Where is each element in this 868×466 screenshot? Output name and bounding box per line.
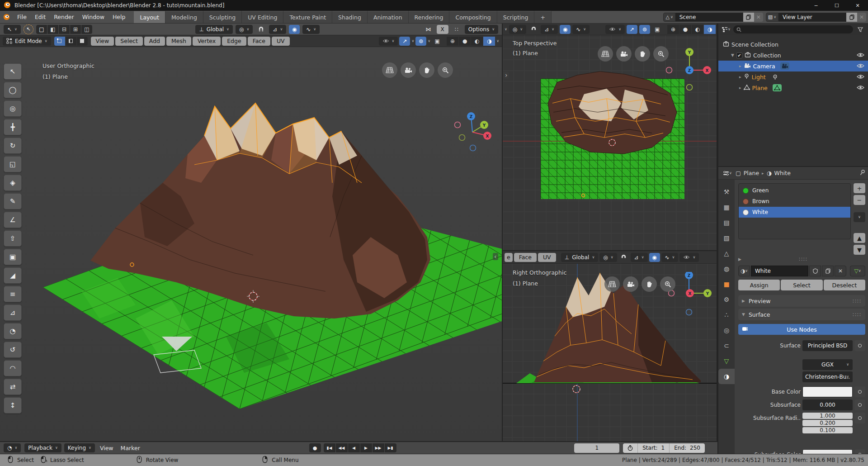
top-viewport-nav-pan-button[interactable] (635, 46, 650, 62)
properties-tab-scene[interactable]: △ (718, 246, 735, 261)
properties-tab-object[interactable]: ■ (718, 276, 735, 292)
play-button[interactable]: ▶ (360, 443, 372, 452)
workspace-tab-uv-editing[interactable]: UV Editing (242, 11, 283, 23)
timeline-editor-type-button[interactable]: ◔∨ (4, 443, 21, 452)
viewport-menu-vertex[interactable]: Vertex (193, 37, 221, 46)
wireframe-shading-button[interactable]: ⊕ (447, 37, 458, 46)
add-workspace-tab[interactable]: + (534, 11, 551, 23)
tool-loop-cut[interactable]: ≡ (4, 286, 22, 302)
active-tool-button[interactable]: ↖∨ (4, 25, 21, 34)
viewport-menu-add[interactable]: Add (144, 37, 165, 46)
right-snap-settings-dropdown[interactable]: ⊿∨ (631, 253, 648, 262)
properties-tab-render[interactable]: ▦ (718, 200, 735, 215)
viewport-right-content[interactable]: Right Orthographic (1) Plane ZXY (503, 264, 717, 441)
top-gizmo-toggle[interactable]: ↗ (627, 25, 637, 34)
gizmos-toggle[interactable]: ↗ (399, 37, 410, 46)
navigation-gizmo[interactable]: ZYX (448, 102, 502, 157)
tool-transform[interactable]: ◈ (4, 175, 22, 191)
radius-link-dot[interactable] (854, 413, 865, 423)
clipped-dropdown-caret[interactable]: ∨ (505, 28, 507, 31)
subsurface-radius-value-0[interactable]: 1.000 (802, 413, 853, 419)
edge-select-mode-button[interactable] (66, 37, 76, 46)
subsurface-radius-value-1[interactable]: 0.200 (802, 420, 853, 426)
panel-drag-grip2[interactable]: ∷∷ (853, 311, 862, 318)
viewport-nav-pan-button[interactable] (419, 62, 434, 78)
shading-dropdown-caret[interactable]: ∨ (496, 39, 499, 43)
right-viewport-nav-pan-button[interactable] (642, 276, 657, 292)
mode-dropdown[interactable]: Edit Mode∨ (3, 37, 51, 46)
auto-keyframe-icon[interactable] (623, 443, 638, 453)
subsurface-link-dot[interactable] (854, 399, 865, 410)
workspace-tab-animation[interactable]: Animation (368, 11, 409, 23)
tool-select-circle[interactable]: ◯ (4, 82, 22, 98)
visibility-eye-icon[interactable] (857, 85, 864, 91)
workspace-tab-rendering[interactable]: Rendering (409, 11, 450, 23)
select-box-mode-2[interactable]: ⊟ (59, 25, 70, 34)
panel-drag-grip[interactable]: ∷∷ (853, 298, 862, 304)
mesh-data-dropdown[interactable]: ▽∨ (850, 266, 865, 276)
properties-tab-output[interactable]: ▤ (718, 215, 735, 230)
list-resize-grip[interactable]: ∷∷ (799, 256, 807, 262)
properties-tab-modifiers[interactable]: ⚙ (718, 292, 735, 307)
material-preview-shading-button[interactable]: ◐ (471, 37, 483, 46)
top-visibility-dropdown[interactable]: ∨ (605, 25, 625, 34)
workspace-tab-compositing[interactable]: Compositing (449, 11, 497, 23)
tool-annotate[interactable]: ✎ (4, 193, 22, 209)
viewport-menu-select[interactable]: Select (115, 37, 143, 46)
menu-window[interactable]: Window (78, 11, 108, 23)
scene-copy-icon[interactable] (743, 13, 754, 22)
surface-shader-button[interactable]: Principled BSD (802, 340, 853, 351)
tool-measure[interactable]: ∠ (4, 212, 22, 228)
next-keyframe-button[interactable]: ▶▶ (373, 443, 384, 452)
solid-shading-button[interactable]: ● (459, 37, 471, 46)
subsurface-radius-value-2[interactable]: 0.100 (802, 427, 853, 433)
sidebar-toggle-icon[interactable]: ‹ (493, 253, 498, 260)
timeline-menu-view[interactable]: View (98, 445, 116, 452)
record-button[interactable]: ● (309, 443, 321, 452)
top-material-preview-shading-button[interactable]: ◐ (692, 25, 703, 34)
material-browse-button[interactable]: ◑∨ (738, 266, 750, 276)
new-material-copy-icon[interactable] (822, 266, 834, 276)
properties-tab-tool[interactable]: ⚒ (718, 184, 735, 200)
maximize-button[interactable]: ☐ (826, 0, 847, 11)
menu-render[interactable]: Render (50, 11, 78, 23)
menu-edit[interactable]: Edit (31, 11, 50, 23)
disclosure-icon[interactable]: ▼ (731, 53, 734, 57)
end-frame-field[interactable]: End:250 (670, 443, 705, 453)
expand-icon[interactable]: ▸ (739, 86, 741, 90)
select-box-mode-0[interactable]: □ (36, 25, 47, 34)
slot-move-up-button[interactable]: ▲ (854, 233, 865, 243)
workspace-tab-shading[interactable]: Shading (332, 11, 368, 23)
workspace-tab-sculpting[interactable]: Sculpting (203, 11, 242, 23)
timeline-menu-playback[interactable]: Playback∨ (24, 443, 61, 452)
tool-cursor[interactable]: ◎ (4, 100, 22, 117)
tool-inset-faces[interactable]: ▣ (4, 249, 22, 265)
viewport-right[interactable]: e FaceUV ⊥Global∨ ◎∨ ⊿∨ ◉ ∿∨ ∨ (502, 250, 717, 441)
visibility-eye-icon[interactable] (857, 74, 864, 81)
distribution-dropdown[interactable]: GGX∨ (802, 359, 853, 370)
start-frame-field[interactable]: Start:1 (638, 443, 670, 453)
outliner-row-scene-collection[interactable]: Scene Collection (718, 39, 868, 50)
unlink-material-icon[interactable]: ✕ (835, 266, 846, 276)
top-wireframe-shading-button[interactable]: ⊕ (667, 25, 679, 34)
right-viewport-menu-uv[interactable]: UV (538, 253, 556, 262)
viewport-menu-face[interactable]: Face (248, 37, 270, 46)
view-layer-copy-icon[interactable] (846, 13, 857, 22)
tool-knife[interactable]: ⊿ (4, 304, 22, 321)
proportional-falloff-dropdown[interactable]: ∿∨ (302, 25, 320, 34)
top-pivot-dropdown[interactable]: ◎∨ (509, 25, 526, 34)
outliner-row-plane[interactable]: ▸Plane (718, 82, 868, 93)
use-nodes-button[interactable]: Use Nodes (738, 324, 865, 335)
menu-help[interactable]: Help (108, 11, 130, 23)
viewport-nav-grid-button[interactable] (382, 62, 397, 78)
select-box-mode-3[interactable]: ⊞ (70, 25, 81, 34)
tool-tweak[interactable]: ↖ (4, 63, 22, 80)
base-color-swatch[interactable] (802, 386, 853, 397)
tool-rotate[interactable]: ↻ (4, 138, 22, 154)
select-button[interactable]: Select (781, 280, 822, 290)
properties-tab-material[interactable]: ◑ (718, 369, 735, 384)
mirror-x-toggle[interactable]: X (437, 25, 448, 34)
fake-user-shield-icon[interactable] (809, 266, 821, 276)
breadcrumb-object[interactable]: Plane (744, 170, 759, 176)
proportional-editing-toggle[interactable]: ◉ (289, 25, 300, 34)
